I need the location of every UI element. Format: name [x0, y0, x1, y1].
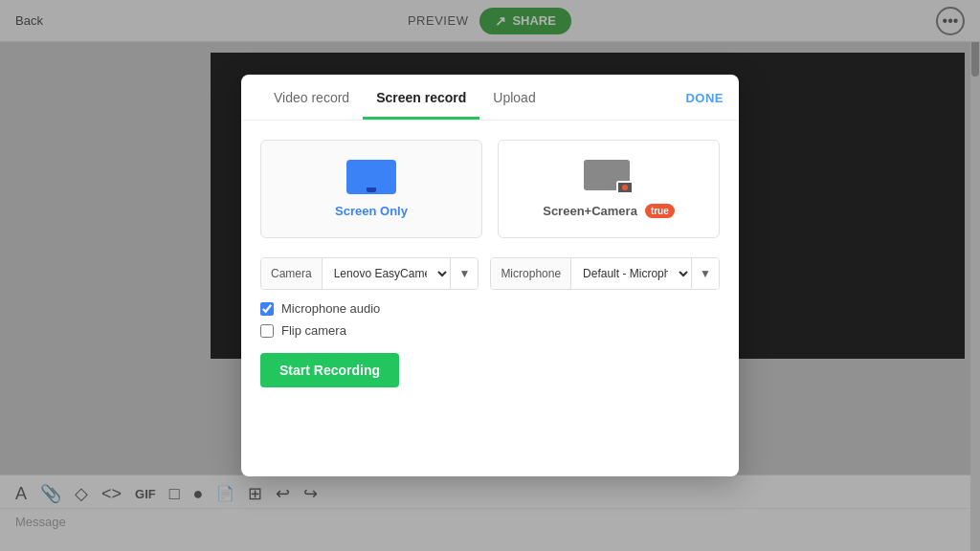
- microphone-select[interactable]: Default - Microphon: [571, 258, 691, 289]
- modal-overlay: Video record Screen record Upload DONE S…: [0, 0, 980, 551]
- tab-upload[interactable]: Upload: [479, 75, 548, 120]
- recording-options: Screen Only Screen+Camera true: [260, 140, 720, 238]
- option-screen-camera[interactable]: Screen+Camera true: [498, 140, 720, 238]
- screen-only-label: Screen Only: [335, 204, 408, 218]
- modal-dialog: Video record Screen record Upload DONE S…: [241, 75, 739, 476]
- done-button[interactable]: DONE: [685, 90, 724, 104]
- start-recording-button[interactable]: Start Recording: [260, 353, 399, 387]
- screen-only-icon: [346, 160, 396, 194]
- tab-screen-record[interactable]: Screen record: [363, 75, 479, 120]
- flip-camera-checkbox[interactable]: [260, 324, 274, 338]
- microphone-dropdown-arrow: ▼: [691, 258, 719, 289]
- tab-video-record[interactable]: Video record: [260, 75, 363, 120]
- microphone-audio-row: Microphone audio: [260, 301, 720, 316]
- beta-badge: true: [645, 204, 675, 218]
- settings-row: Camera Lenovo EasyCamera ▼ Microphone De…: [260, 257, 720, 290]
- screen-camera-icon: [584, 160, 634, 194]
- camera-overlay: [616, 181, 634, 194]
- camera-dropdown-arrow: ▼: [450, 258, 478, 289]
- camera-select[interactable]: Lenovo EasyCamera: [323, 258, 451, 289]
- flip-camera-label[interactable]: Flip camera: [281, 323, 346, 338]
- camera-lens: [622, 185, 628, 190]
- microphone-dropdown[interactable]: Microphone Default - Microphon ▼: [490, 257, 720, 290]
- screen-camera-label: Screen+Camera: [543, 204, 637, 218]
- modal-content: Screen Only Screen+Camera true: [241, 121, 739, 407]
- camera-label: Camera: [261, 258, 323, 289]
- microphone-audio-label[interactable]: Microphone audio: [281, 301, 380, 316]
- modal-tabs: Video record Screen record Upload DONE: [241, 75, 739, 121]
- screen-camera-label-row: Screen+Camera true: [543, 204, 675, 218]
- microphone-label: Microphone: [491, 258, 571, 289]
- camera-dropdown[interactable]: Camera Lenovo EasyCamera ▼: [260, 257, 479, 290]
- flip-camera-row: Flip camera: [260, 323, 720, 338]
- option-screen-only[interactable]: Screen Only: [260, 140, 482, 238]
- microphone-audio-checkbox[interactable]: [260, 302, 274, 316]
